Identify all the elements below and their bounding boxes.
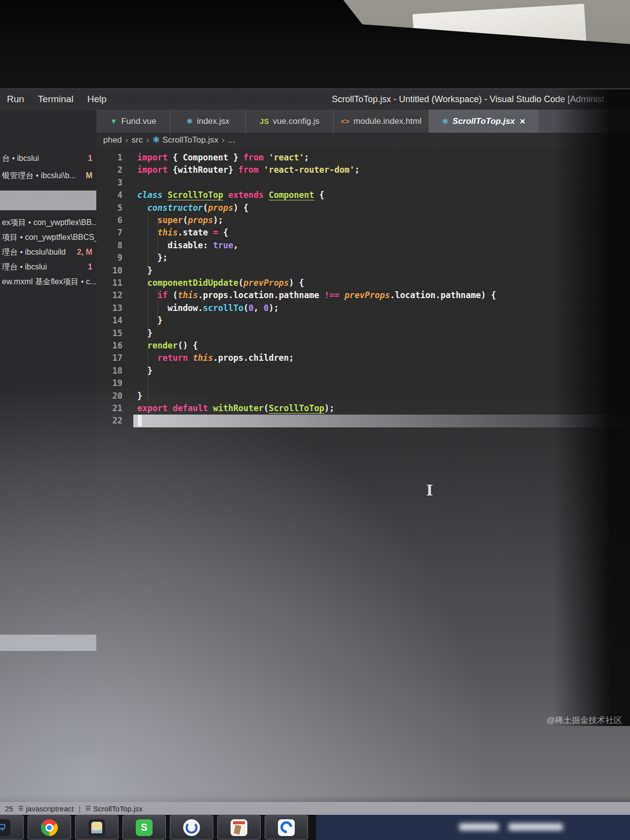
taskbar-tile[interactable]	[217, 815, 261, 840]
code-line[interactable]: 17 return this.props.children;	[96, 352, 630, 364]
code-line[interactable]: 10 }	[96, 265, 630, 277]
line-number: 15	[96, 327, 133, 340]
swirl-logo-app-icon	[183, 819, 200, 836]
code-line[interactable]: 16 render() {	[96, 340, 630, 352]
document-app-icon	[231, 819, 247, 836]
code-line[interactable]: 7 this.state = {	[96, 227, 630, 239]
html-icon: <>	[341, 117, 350, 125]
code-line[interactable]: 21export default withRouter(ScrollToTop)…	[96, 402, 630, 415]
line-number: 4	[96, 189, 133, 201]
tab-vue-config-js[interactable]: JSvue.config.js	[246, 110, 334, 133]
code-line[interactable]: 20}	[96, 390, 630, 402]
taskbar-tile[interactable]	[170, 815, 213, 840]
code-line[interactable]: 18 }	[96, 365, 630, 377]
scm-item-badge: M	[86, 168, 92, 183]
line-number: 17	[96, 352, 133, 364]
code-line[interactable]: 4class ScrollToTop extends Component {	[96, 189, 630, 201]
indent-guide	[148, 202, 148, 402]
code-line[interactable]: 13 window.scrollTo(0, 0);	[96, 302, 630, 314]
source-control-item[interactable]: 项目 • con_ywptflex\BBCS_...	[0, 230, 96, 244]
code-line[interactable]: 11 componentDidUpdate(prevProps) {	[96, 277, 630, 289]
taskbar-tile[interactable]: S	[122, 815, 166, 840]
status-active-file[interactable]: ☰ ScrollToTop.jsx	[85, 804, 143, 813]
window-title: ScrollToTop.jsx - Untitled (Workspace) -…	[332, 94, 604, 105]
source-control-item[interactable]: 理台 • ibcslui1	[0, 260, 96, 274]
taskbar-tile[interactable]	[75, 815, 118, 840]
react-icon: ⚛	[153, 135, 162, 145]
line-number: 7	[96, 227, 133, 239]
tab-close-icon[interactable]: ×	[520, 116, 525, 127]
code-line[interactable]: 2import {withRouter} from 'react-router-…	[96, 164, 630, 176]
taskbar-tile[interactable]	[265, 815, 308, 840]
code-text: class ScrollToTop extends Component {	[137, 189, 324, 201]
breadcrumb-item[interactable]: phed	[103, 135, 122, 145]
chrome-icon	[41, 819, 58, 836]
blurred-taskbar-text	[509, 823, 563, 831]
status-bar: 25 ☰ javascriptreact | ☰ ScrollToTop.jsx	[0, 802, 630, 815]
vscode-screen: RunTerminalHelp ScrollToTop.jsx - Untitl…	[0, 89, 630, 840]
breadcrumb[interactable]: phed›src›⚛ ScrollToTop.jsx›...	[96, 133, 630, 149]
tab-index-jsx[interactable]: ⚛index.jsx	[170, 110, 246, 133]
line-number: 2	[96, 164, 133, 176]
code-line[interactable]: 3	[96, 177, 630, 189]
code-line[interactable]: 15 }	[96, 327, 630, 340]
menu-bar: RunTerminalHelp ScrollToTop.jsx - Untitl…	[0, 89, 630, 111]
breadcrumb-item[interactable]: src	[132, 135, 143, 145]
tab-label: module.index.html	[354, 116, 422, 126]
line-number: 10	[96, 265, 133, 277]
menu-item-help[interactable]: Help	[80, 89, 114, 105]
status-language-mode[interactable]: ☰ javascriptreact	[18, 804, 74, 813]
green-s-app-icon: S	[136, 819, 153, 836]
code-editor[interactable]: 1import { Component } from 'react';2impo…	[96, 149, 630, 802]
tab-label: ScrollToTop.jsx	[453, 116, 515, 126]
tab-fund-vue[interactable]: ▼Fund.vue	[96, 110, 170, 133]
code-text: };	[137, 252, 167, 264]
source-control-item[interactable]: ex项目 • con_ywptflex\BB...	[0, 215, 96, 229]
code-line[interactable]: 19	[96, 377, 630, 389]
line-number: 21	[96, 402, 133, 415]
code-line[interactable]: 1import { Component } from 'react';	[96, 152, 630, 164]
menu-item-run[interactable]: Run	[0, 89, 31, 105]
active-file-label: ScrollToTop.jsx	[93, 804, 143, 813]
breadcrumb-separator: ›	[143, 135, 153, 145]
status-line-number[interactable]: 25	[5, 804, 13, 813]
code-text: componentDidUpdate(prevProps) {	[137, 277, 304, 289]
menu-item-terminal[interactable]: Terminal	[31, 89, 80, 105]
react-icon: ⚛	[186, 117, 193, 126]
code-line[interactable]: 6 super(props);	[96, 214, 630, 227]
source-control-item[interactable]: 银管理台 • ibcslui\b...M	[0, 168, 96, 183]
menu-items: RunTerminalHelp	[0, 95, 114, 104]
line-number: 19	[96, 377, 133, 389]
code-line[interactable]: 14 }	[96, 314, 630, 327]
source-control-item[interactable]: ew.mxml 基金flex项目 • c...	[0, 274, 96, 289]
taskbar-tile[interactable]	[28, 815, 71, 840]
scm-item-label: 项目 • con_ywptflex\BBCS_...	[2, 233, 96, 241]
watermark: @稀土掘金技术社区	[547, 715, 622, 726]
tab-module-index-html[interactable]: <>module.index.html	[334, 110, 429, 133]
source-control-sidebar[interactable]: 台 • ibcslui1银管理台 • ibcslui\b...Mex项目 • c…	[0, 111, 96, 758]
tab-scrolltotop-jsx[interactable]: ⚛ScrollToTop.jsx×	[429, 110, 539, 133]
react-icon: ⚛	[442, 117, 448, 126]
line-number: 22	[96, 415, 133, 427]
indent-guide	[168, 239, 168, 252]
code-text: }	[137, 314, 162, 327]
dolphin-app-icon	[278, 819, 295, 836]
taskbar-tile[interactable]: 🗨	[0, 815, 24, 840]
code-text: }	[137, 365, 153, 377]
line-number: 6	[96, 214, 133, 227]
sidebar-selected-row[interactable]	[0, 191, 96, 210]
breadcrumb-item[interactable]: ScrollToTop.jsx	[162, 135, 218, 145]
source-control-item[interactable]: 台 • ibcslui1	[0, 151, 96, 165]
code-text: window.scrollTo(0, 0);	[137, 302, 279, 314]
photo-of-monitor: RunTerminalHelp ScrollToTop.jsx - Untitl…	[0, 0, 630, 840]
code-line[interactable]: 8 disable: true,	[96, 239, 630, 252]
code-line[interactable]: 22	[96, 415, 630, 427]
code-line[interactable]: 12 if (this.props.location.pathname !== …	[96, 289, 630, 302]
list-icon: ☰	[18, 805, 24, 812]
code-line[interactable]: 9 };	[96, 252, 630, 264]
breadcrumb-item[interactable]: ...	[228, 135, 235, 145]
source-control-item[interactable]: 理台 • ibcslui\build2, M	[0, 245, 96, 259]
code-line[interactable]: 5 constructor(props) {	[96, 202, 630, 214]
js-icon: JS	[260, 117, 269, 125]
code-text: render() {	[137, 340, 198, 352]
